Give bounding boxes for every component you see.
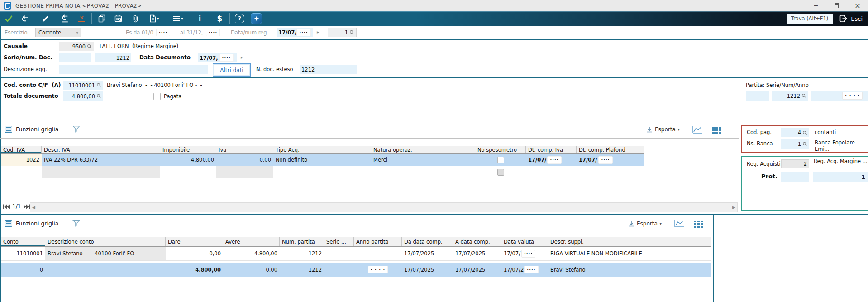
close-button[interactable]: ×	[847, 0, 868, 11]
no-spesometro-checkbox	[497, 169, 504, 176]
chart-view-button[interactable]	[673, 219, 685, 230]
attachment-button[interactable]	[127, 12, 143, 25]
help-button[interactable]: ?	[231, 12, 248, 25]
no-spesometro-cell	[475, 154, 526, 166]
pencil-icon	[41, 15, 49, 23]
funzioni-griglia-button[interactable]: Funzioni griglia	[5, 126, 59, 133]
check-icon	[4, 15, 13, 22]
totale-documento-field[interactable]: 4.800,00	[63, 91, 103, 101]
document-menu-button[interactable]: ▾	[143, 12, 164, 25]
prot-serie-field[interactable]	[781, 172, 809, 182]
help-icon: ?	[235, 14, 244, 23]
ns-banca-field[interactable]: 1	[781, 139, 809, 149]
column-header[interactable]: Descrizione conto	[45, 237, 166, 246]
num-reg-field[interactable]: 1	[328, 28, 357, 37]
causale-description: FATT. FORN (Regime Margine)	[100, 43, 178, 49]
partita-num-field[interactable]: 1212	[772, 91, 808, 101]
lookup-icon[interactable]	[96, 83, 101, 88]
altri-dati-button[interactable]: Altri dati	[213, 63, 251, 77]
grid-layout-button[interactable]	[694, 221, 703, 228]
confirm-button[interactable]	[0, 12, 17, 25]
maximize-button[interactable]	[826, 0, 847, 11]
column-header[interactable]: Dare	[166, 237, 223, 246]
info-icon: i	[199, 14, 201, 23]
next-date-arrow[interactable]: ▸	[317, 29, 319, 34]
info-button[interactable]: i	[191, 12, 208, 25]
list-menu-button[interactable]: ▾	[167, 12, 188, 25]
descrizione-agg-field[interactable]	[59, 65, 208, 74]
cod-conto-field[interactable]: 11010001	[63, 81, 103, 90]
delete-registration-button[interactable]: ✕	[73, 12, 90, 25]
cod-pag-label: Cod. pag.	[747, 129, 772, 135]
data-reg-field[interactable]: 17/07/ ····	[277, 28, 313, 37]
search-registrations-button[interactable]	[110, 12, 127, 25]
undo-button[interactable]	[17, 12, 33, 25]
partita-label: Partita: Serie/Num/Anno	[746, 82, 809, 88]
iva-grid-empty-row[interactable]	[1, 166, 644, 178]
lookup-icon[interactable]	[96, 94, 101, 99]
ai-assistant-button[interactable]	[248, 12, 265, 25]
column-header[interactable]: Iva	[216, 146, 273, 153]
first-page-icon[interactable]	[3, 204, 10, 209]
n-doc-esteso-field[interactable]: 1212	[300, 65, 357, 74]
conti-grid-row[interactable]: 11010001 Bravi Stefano - - 40100 Forli' …	[1, 247, 711, 261]
lookup-icon[interactable]	[802, 130, 807, 135]
pagata-checkbox[interactable]	[153, 93, 161, 100]
scroll-left-arrow[interactable]: ◀	[32, 205, 35, 210]
column-header[interactable]: Dt. comp. Iva	[526, 146, 577, 153]
conti-grid-header: Conto Descrizione conto Dare Avere Num. …	[1, 237, 711, 247]
column-header[interactable]: Descr. IVA	[42, 146, 160, 153]
cod-pag-field[interactable]: 4	[781, 128, 809, 137]
scroll-right-arrow[interactable]: ▶	[732, 205, 735, 210]
funzioni-griglia-button[interactable]: Funzioni griglia	[5, 220, 59, 227]
currency-button[interactable]: $	[211, 12, 228, 25]
horizontal-scrollbar[interactable]: ◀ ▶	[30, 202, 738, 212]
revert-button[interactable]	[57, 12, 73, 25]
column-header[interactable]: Num. partita	[280, 237, 324, 246]
data-documento-field[interactable]: 17/07, ····	[198, 53, 237, 62]
edit-button[interactable]	[37, 12, 53, 25]
chart-view-button[interactable]	[692, 125, 703, 136]
partita-serie-field[interactable]	[746, 91, 769, 101]
esercizio-select[interactable]: Corrente ▾	[35, 28, 81, 37]
column-header[interactable]: Imponibile	[160, 146, 216, 153]
column-header[interactable]: Cod. IVA	[1, 146, 42, 153]
next-date-arrow[interactable]: ▸	[241, 55, 243, 60]
column-header[interactable]: A data comp.	[453, 237, 501, 246]
find-button[interactable]: Trova (Alt+F1)	[787, 14, 833, 24]
column-header[interactable]: Natura operaz.	[371, 146, 475, 153]
toolbar-divider	[0, 138, 739, 139]
column-header[interactable]: Conto	[1, 237, 45, 246]
no-spesometro-checkbox[interactable]	[497, 157, 504, 163]
lookup-icon[interactable]	[87, 44, 92, 49]
column-header[interactable]: No spesometro	[475, 146, 526, 153]
minimize-button[interactable]: ─	[806, 0, 826, 11]
grid-layout-button[interactable]	[712, 127, 721, 134]
lookup-icon[interactable]	[349, 30, 354, 35]
lookup-icon[interactable]	[801, 93, 806, 98]
partita-anno-field[interactable]: · · · ·	[811, 91, 868, 101]
masked-date: ····	[156, 29, 170, 36]
num-doc-field[interactable]: 1212	[95, 53, 131, 62]
filter-button[interactable]	[72, 125, 80, 134]
reg-acquisti-field[interactable]: 2	[781, 159, 809, 168]
column-header[interactable]: Dt. comp. Plafond	[577, 146, 644, 153]
column-header[interactable]: Descr. suppl.	[548, 237, 711, 246]
exit-button[interactable]: Esci	[839, 14, 863, 23]
column-header[interactable]: Serie ...	[324, 237, 354, 246]
column-header[interactable]: Avere	[223, 237, 280, 246]
column-header[interactable]: Tipo Acq.	[273, 146, 371, 153]
column-header[interactable]: Data valuta	[501, 237, 548, 246]
column-header[interactable]: Anno partita	[354, 237, 402, 246]
prot-num-field[interactable]: 1	[813, 172, 868, 182]
lookup-icon[interactable]	[802, 142, 807, 147]
conti-grid-row-selected[interactable]: 0 4.800,00 0,00 1212 · · · · 17/07/2025 …	[1, 263, 711, 277]
filter-button[interactable]	[72, 220, 80, 229]
column-header[interactable]: Da data comp.	[402, 237, 453, 246]
copy-button[interactable]	[93, 12, 110, 25]
esporta-button[interactable]: Esporta ▾	[628, 221, 662, 227]
iva-grid-row[interactable]: 1022 IVA 22% DPR 633/72 4.800,00 0,00 No…	[1, 154, 644, 166]
causale-field[interactable]: 9500	[59, 42, 94, 51]
esporta-button[interactable]: Esporta ▾	[646, 126, 680, 133]
serie-field[interactable]	[59, 53, 91, 62]
